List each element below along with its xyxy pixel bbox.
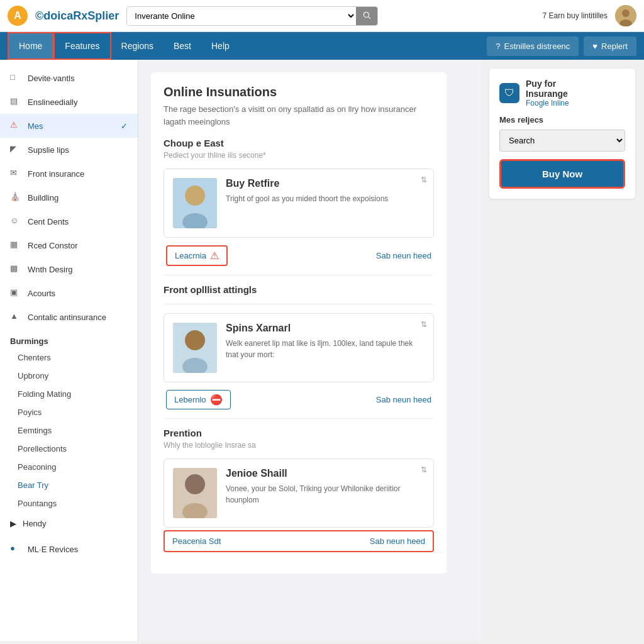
- sidebar-item-rced[interactable]: ▦ Rced Constor: [0, 233, 138, 257]
- card1-sab-link[interactable]: Sab neun heed: [376, 251, 431, 260]
- sidebar-sub-eemtings[interactable]: Eemtings: [0, 421, 138, 440]
- svg-point-9: [185, 330, 205, 350]
- logo-icon: A: [8, 6, 28, 26]
- nav-item-regions[interactable]: Regions: [111, 33, 164, 58]
- section2-title: Front oplllist attingls: [164, 284, 434, 295]
- widget-subtitle-line1: Insurange: [526, 89, 569, 99]
- search-button-top[interactable]: [356, 7, 377, 25]
- sidebar: □ Devite·vantls ▤ Enslineedially ⚠ Mes ✓…: [0, 60, 138, 641]
- section1-subtitle: Pediect your thline ilis secone*: [164, 151, 434, 160]
- card3-sab-link[interactable]: Sab neun heed: [370, 536, 425, 546]
- card1-body: Buy Retfire Tright of gool as you mided …: [226, 178, 425, 204]
- card1-alert-icon: ⚠: [210, 250, 219, 262]
- user-avatar[interactable]: [615, 5, 636, 26]
- buy-now-button[interactable]: Buy Now: [499, 159, 625, 189]
- sidebar-sub-peaconing[interactable]: Peaconing: [0, 458, 138, 476]
- insurance-widget: 🛡 Puy for Insurange Foogle Inline Mes re…: [489, 69, 635, 199]
- sidebar-item-contalic[interactable]: ▲ Contalic antinsurance: [0, 305, 138, 329]
- card2-sab-link[interactable]: Sab neun heed: [376, 395, 431, 404]
- content-area: Online Insunations The rage besection's …: [138, 60, 480, 641]
- sidebar-sub-poyics[interactable]: Poyics: [0, 403, 138, 421]
- page-subtitle: The rage besection's a visitt on ony spa…: [164, 103, 434, 128]
- page-title: Online Insunations: [164, 85, 434, 99]
- widget-label: Mes reljecs: [499, 115, 625, 125]
- sidebar-expandable-hendy[interactable]: ▶ Hendy: [0, 513, 138, 535]
- card1-name: Buy Retfire: [226, 178, 425, 189]
- sidebar-section-burmings: Burmings: [0, 329, 138, 348]
- sidebar-item-front-insurance[interactable]: ✉ Front insurance: [0, 162, 138, 186]
- card3-peacenia-link[interactable]: Peacenia Sdt: [172, 536, 221, 546]
- card3-image: [173, 468, 217, 518]
- svg-point-3: [622, 9, 630, 17]
- sidebar-item-acourts[interactable]: ▣ Acourts: [0, 281, 138, 305]
- card2-desc: Welk eaneret lip mat like is lljm. 100le…: [226, 338, 425, 360]
- filter-icon: ▤: [10, 96, 21, 108]
- sidebar-item-supslie[interactable]: ◤ Supslie lips: [0, 138, 138, 162]
- chart-icon: ▩: [10, 264, 21, 275]
- search-select-top[interactable]: Inverante Online: [127, 7, 356, 25]
- sidebar-sub-pountangs[interactable]: Pountangs: [0, 494, 138, 513]
- heart-icon: ♥: [592, 42, 597, 51]
- card2-alert-icon: ⛔: [210, 394, 223, 406]
- card3-body: Jenioe Shaill Vonee, your be Solol, Trik…: [226, 468, 425, 506]
- card1-expand-icon[interactable]: ⇅: [421, 175, 427, 184]
- display-icon: ◤: [10, 144, 21, 155]
- card1-learn-button[interactable]: Leacrnia ⚠: [166, 245, 228, 266]
- nav-item-home[interactable]: Home: [8, 32, 53, 60]
- share-icon: ▲: [10, 311, 21, 323]
- sidebar-sub-folding[interactable]: Folding Mating: [0, 385, 138, 403]
- logo-text: ©doicaRxSplier: [35, 9, 119, 23]
- sidebar-item-enslineedially[interactable]: ▤ Enslineedially: [0, 90, 138, 114]
- facebook-icon: □: [10, 72, 21, 84]
- card3-expand-icon[interactable]: ⇅: [421, 465, 427, 474]
- section3-title: Prention: [164, 428, 434, 438]
- card1-desc: Tright of gool as you mided thoort the e…: [226, 193, 425, 204]
- sidebar-sub-bear-try[interactable]: Bear Try: [0, 476, 138, 494]
- question-icon: ?: [496, 42, 500, 51]
- sidebar-sub-upbrony[interactable]: Upbrony: [0, 367, 138, 385]
- divider1: [164, 304, 434, 304]
- svg-point-12: [185, 474, 205, 494]
- circle-icon: ●: [10, 543, 21, 555]
- nav-replert-btn[interactable]: ♥ Replert: [584, 36, 636, 56]
- nav-help-btn[interactable]: ? Estnilles distreenc: [487, 36, 579, 56]
- card2-learn-button[interactable]: Lebernlo ⛔: [166, 390, 231, 409]
- alert-circle-icon: ⚠: [10, 120, 21, 131]
- svg-point-6: [185, 186, 205, 206]
- nav-item-help[interactable]: Help: [201, 33, 240, 58]
- mail-icon: ✉: [10, 168, 21, 179]
- card3: Jenioe Shaill Vonee, your be Solol, Trik…: [164, 458, 434, 528]
- content-inner: Online Insunations The rage besection's …: [151, 72, 447, 574]
- sidebar-item-cent-dents[interactable]: ☺ Cent Dents: [0, 209, 138, 233]
- face-icon: ☺: [10, 216, 21, 227]
- sidebar-sub-chenters[interactable]: Chenters: [0, 348, 138, 367]
- search-select-widget[interactable]: Search: [499, 130, 625, 152]
- card1: Buy Retfire Tright of gool as you mided …: [164, 169, 434, 238]
- sidebar-item-mes[interactable]: ⚠ Mes ✓: [0, 114, 138, 138]
- card2-expand-icon[interactable]: ⇅: [421, 320, 427, 329]
- section3-subtitle: Whly the lobloglie Insrae sa: [164, 441, 434, 450]
- building-icon: ⛪: [10, 192, 21, 203]
- search-bar: Inverante Online: [126, 6, 378, 26]
- card3-footer-highlighted: Peacenia Sdt Sab neun heed: [164, 530, 434, 552]
- nav-item-best[interactable]: Best: [164, 33, 201, 58]
- sidebar-item-buildling[interactable]: ⛪ Buildling: [0, 186, 138, 209]
- chevron-right-icon: ▶: [10, 519, 16, 528]
- sidebar-item-ml-revices[interactable]: ● ML·E Revices: [0, 537, 138, 561]
- top-right: 7 Earn buy lintitilles: [543, 5, 636, 26]
- grid-icon: ▦: [10, 240, 21, 251]
- earn-text: 7 Earn buy lintitilles: [543, 11, 608, 20]
- svg-line-1: [369, 16, 370, 18]
- card3-name: Jenioe Shaill: [226, 468, 425, 479]
- bell-icon: ▣: [10, 287, 21, 299]
- sidebar-item-wnth[interactable]: ▩ Wnth Desirg: [0, 257, 138, 281]
- sidebar-sub-porellectionts[interactable]: Porellectionts: [0, 440, 138, 458]
- nav-item-features[interactable]: Features: [53, 32, 111, 60]
- widget-title: Puy for: [526, 79, 569, 89]
- card2-image: [173, 323, 217, 373]
- main-layout: □ Devite·vantls ▤ Enslineedially ⚠ Mes ✓…: [0, 60, 644, 641]
- widget-subtitle-link[interactable]: Foogle Inline: [526, 99, 569, 108]
- sidebar-item-devite[interactable]: □ Devite·vantls: [0, 66, 138, 90]
- top-bar: A ©doicaRxSplier Inverante Online 7 Earn…: [0, 0, 644, 32]
- nav-bar: Home Features Regions Best Help ? Estnil…: [0, 32, 644, 60]
